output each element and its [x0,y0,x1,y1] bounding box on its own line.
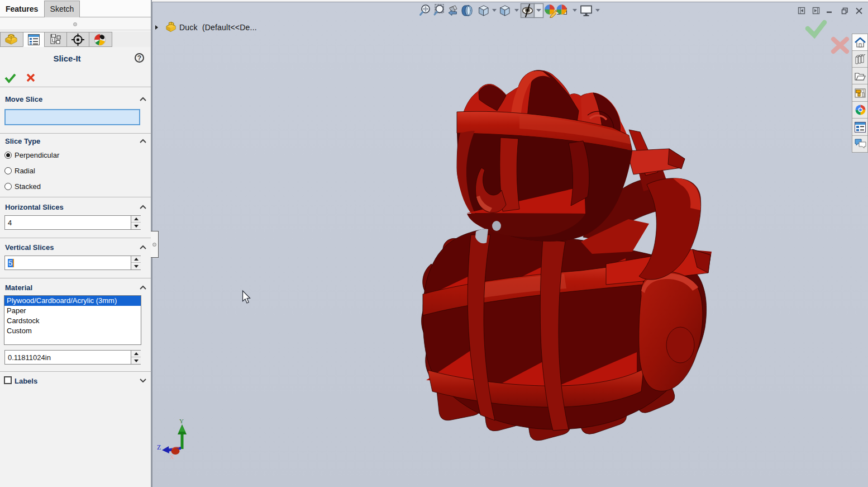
svg-text:Z: Z [157,443,161,451]
svg-text:Y: Y [179,418,184,424]
svg-text:X: X [170,453,174,460]
